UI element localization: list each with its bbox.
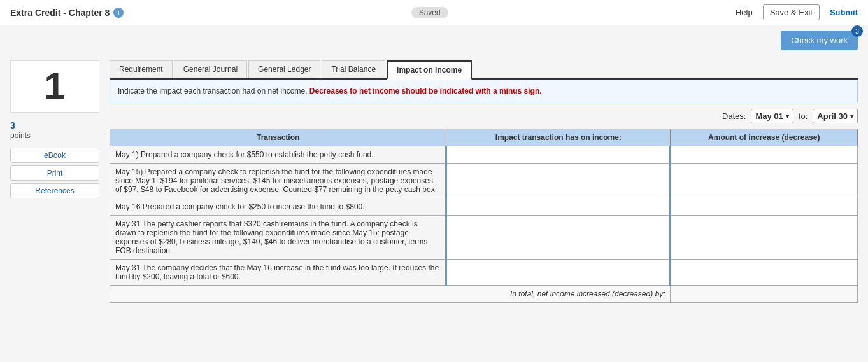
amount-cell[interactable] — [671, 146, 858, 164]
amount-input-4[interactable] — [676, 219, 852, 228]
impact-cell[interactable] — [446, 260, 671, 286]
amount-cell[interactable] — [671, 198, 858, 216]
check-my-work-button[interactable]: Check my work 3 — [781, 31, 858, 50]
ebook-button[interactable]: eBook — [10, 148, 99, 163]
references-button[interactable]: References — [10, 183, 99, 198]
right-panel: Requirement General Journal General Ledg… — [110, 60, 858, 303]
instructions-highlight: Decreases to net income should be indica… — [309, 87, 542, 95]
col-amount: Amount of increase (decrease) — [671, 129, 858, 146]
table-row: May 31 The company decides that the May … — [110, 260, 858, 286]
check-work-badge: 3 — [851, 25, 863, 37]
transaction-cell: May 31 The petty cashier reports that $3… — [110, 216, 446, 260]
transaction-cell: May 15) Prepared a company check to repl… — [110, 164, 446, 198]
main-layout: 1 3 points eBook Print References Requir… — [0, 55, 868, 308]
dates-label: Dates: — [722, 111, 746, 121]
transaction-cell: May 31 The company decides that the May … — [110, 260, 446, 286]
total-row: In total, net income increased (decrease… — [110, 286, 858, 303]
step-number: 1 — [10, 60, 99, 113]
tab-impact-on-income[interactable]: Impact on Income — [387, 60, 472, 80]
saved-badge: Saved — [411, 7, 448, 18]
total-input[interactable] — [676, 289, 852, 298]
instructions: Indicate the impact each transaction had… — [110, 80, 858, 102]
impact-input-1[interactable] — [452, 150, 664, 159]
amount-cell[interactable] — [671, 164, 858, 198]
amount-cell[interactable] — [671, 260, 858, 286]
chevron-down-icon-2: ▾ — [850, 113, 853, 120]
col-transaction: Transaction — [110, 129, 446, 146]
income-impact-table: Transaction Impact transaction has on in… — [110, 129, 858, 303]
table-row: May 16 Prepared a company check for $250… — [110, 198, 858, 216]
amount-cell[interactable] — [671, 216, 858, 260]
top-bar-right: Help Save & Exit Submit — [736, 4, 858, 20]
impact-cell[interactable] — [446, 164, 671, 198]
impact-input-4[interactable] — [452, 219, 664, 228]
saved-status: Saved — [411, 8, 448, 17]
top-bar: Extra Credit - Chapter 8 i Saved Help Sa… — [0, 0, 868, 25]
chevron-down-icon: ▾ — [786, 113, 789, 120]
to-label: to: — [799, 111, 808, 121]
info-icon[interactable]: i — [113, 8, 124, 18]
points-value: 3 — [10, 120, 15, 130]
tab-general-ledger[interactable]: General Ledger — [248, 60, 320, 78]
amount-input-1[interactable] — [676, 150, 852, 159]
side-buttons: eBook Print References — [10, 148, 99, 198]
amount-input-3[interactable] — [676, 202, 852, 211]
amount-input-5[interactable] — [676, 263, 852, 272]
tabs: Requirement General Journal General Ledg… — [110, 60, 858, 80]
total-label: In total, net income increased (decrease… — [110, 286, 671, 303]
col-impact: Impact transaction has on income: — [446, 129, 671, 146]
print-button[interactable]: Print — [10, 165, 99, 181]
impact-cell[interactable] — [446, 146, 671, 164]
transaction-cell: May 1) Prepared a company check for $550… — [110, 146, 446, 164]
instructions-text: Indicate the impact each transaction had… — [118, 87, 309, 95]
to-date-dropdown[interactable]: April 30 ▾ — [813, 109, 858, 123]
table-row: May 31 The petty cashier reports that $3… — [110, 216, 858, 260]
impact-cell[interactable] — [446, 216, 671, 260]
dates-row: Dates: May 01 ▾ to: April 30 ▾ — [110, 109, 858, 123]
impact-input-5[interactable] — [452, 263, 664, 272]
amount-input-2[interactable] — [676, 167, 852, 176]
impact-input-3[interactable] — [452, 202, 664, 211]
transaction-cell: May 16 Prepared a company check for $250… — [110, 198, 446, 216]
tab-general-journal[interactable]: General Journal — [174, 60, 247, 78]
help-link[interactable]: Help — [736, 8, 753, 17]
tab-requirement[interactable]: Requirement — [110, 60, 173, 78]
total-value-cell[interactable] — [671, 286, 858, 303]
top-bar-left: Extra Credit - Chapter 8 i — [10, 8, 124, 18]
submit-button[interactable]: Submit — [830, 8, 858, 17]
impact-cell[interactable] — [446, 198, 671, 216]
table-row: May 15) Prepared a company check to repl… — [110, 164, 858, 198]
save-exit-button[interactable]: Save & Exit — [763, 4, 820, 20]
table-row: May 1) Prepared a company check for $550… — [110, 146, 858, 164]
check-work-area: Check my work 3 — [0, 25, 868, 55]
tab-trial-balance[interactable]: Trial Balance — [322, 60, 385, 78]
impact-input-2[interactable] — [452, 167, 664, 176]
left-panel: 1 3 points eBook Print References — [10, 60, 99, 303]
points-display: 3 points — [10, 120, 99, 140]
points-label: points — [10, 131, 31, 140]
page-title: Extra Credit - Chapter 8 — [10, 8, 110, 18]
from-date-dropdown[interactable]: May 01 ▾ — [751, 109, 793, 123]
